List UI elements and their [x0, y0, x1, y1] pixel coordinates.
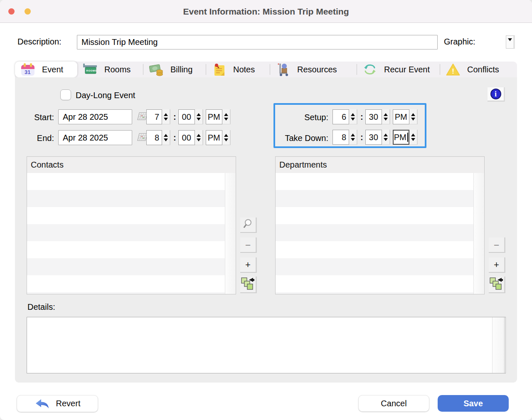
- start-period-field[interactable]: PM: [206, 109, 222, 124]
- take-down-hour-field[interactable]: 8: [332, 130, 349, 145]
- take-down-period-stepper[interactable]: [409, 130, 418, 145]
- calendar-31-icon: 31: [20, 63, 35, 76]
- end-minute-field[interactable]: 00: [178, 130, 195, 145]
- departments-add-button[interactable]: +: [489, 257, 505, 273]
- time-separator: :: [173, 133, 176, 143]
- info-icon: i: [490, 89, 501, 99]
- svg-text:!: !: [452, 67, 454, 75]
- plus-icon: +: [245, 259, 251, 270]
- departments-scrollbar[interactable]: [473, 173, 484, 294]
- tab-resources-label: Resources: [297, 65, 337, 74]
- tab-recur-event[interactable]: Recur Event: [357, 62, 440, 77]
- revert-button[interactable]: Revert: [17, 395, 98, 412]
- end-label: End:: [12, 133, 54, 143]
- contacts-list-header: Contacts: [27, 156, 236, 173]
- tab-notes-label: Notes: [233, 65, 255, 74]
- svg-text:31: 31: [25, 69, 30, 75]
- cancel-button[interactable]: Cancel: [358, 395, 429, 412]
- setup-minute-stepper[interactable]: [382, 109, 390, 124]
- graphic-dropdown-button[interactable]: [506, 35, 515, 49]
- end-hour-stepper[interactable]: [162, 130, 170, 145]
- end-period-field[interactable]: PM: [206, 130, 222, 145]
- setup-period-field[interactable]: PM: [393, 109, 409, 124]
- tab-rooms[interactable]: ROOMS Rooms: [77, 62, 143, 77]
- tab-conflicts[interactable]: ! Conflicts: [440, 62, 517, 77]
- take-down-period-field[interactable]: PM: [393, 130, 409, 145]
- end-hour-field[interactable]: 8: [146, 130, 162, 145]
- take-down-hour-stepper[interactable]: [349, 130, 357, 145]
- take-down-minute-field[interactable]: 30: [365, 130, 382, 145]
- end-time-group: 8 : 00 PM: [146, 130, 232, 145]
- description-label: Description:: [17, 37, 62, 47]
- setup-hour-field[interactable]: 6: [332, 109, 349, 124]
- tab-event-label: Event: [42, 65, 63, 74]
- departments-header-label: Departments: [279, 160, 327, 170]
- details-scrollbar[interactable]: [492, 317, 505, 373]
- take-down-time-group: 8 : 30 PM: [332, 130, 419, 145]
- rooms-sign-icon: ROOMS: [83, 63, 98, 76]
- start-time-group: 7 : 00 PM: [146, 109, 232, 124]
- setup-hour-stepper[interactable]: [349, 109, 357, 124]
- contacts-header-label: Contacts: [31, 160, 64, 170]
- recur-arrows-icon: [362, 63, 377, 76]
- cancel-button-label: Cancel: [381, 399, 406, 408]
- stacked-records-icon: [241, 277, 255, 292]
- revert-arrow-icon: [34, 398, 50, 409]
- end-minute-stepper[interactable]: [195, 130, 203, 145]
- plus-icon: +: [494, 259, 499, 270]
- start-minute-stepper[interactable]: [195, 109, 203, 124]
- start-hour-field[interactable]: 7: [146, 109, 162, 124]
- graphic-label: Graphic:: [444, 37, 475, 47]
- event-information-dialog: Event Information: Mission Trip Meeting …: [0, 0, 532, 420]
- departments-import-button[interactable]: [489, 277, 505, 293]
- details-label: Details:: [27, 302, 55, 312]
- tab-notes[interactable]: Notes: [206, 62, 270, 77]
- tab-billing[interactable]: Billing: [143, 62, 206, 77]
- warning-triangle-icon: !: [446, 63, 461, 76]
- hand-truck-icon: [276, 63, 291, 76]
- revert-button-label: Revert: [56, 399, 81, 408]
- take-down-label: Take Down:: [274, 133, 328, 143]
- contacts-add-button[interactable]: +: [240, 257, 257, 273]
- save-button-label: Save: [463, 399, 483, 408]
- contacts-search-button[interactable]: [240, 217, 257, 233]
- contacts-remove-button[interactable]: –: [240, 237, 257, 253]
- start-period-stepper[interactable]: [222, 109, 231, 124]
- details-textarea[interactable]: [27, 317, 506, 373]
- contacts-import-button[interactable]: [240, 277, 257, 293]
- setup-period-stepper[interactable]: [409, 109, 418, 124]
- window-title: Event Information: Mission Trip Meeting: [0, 0, 532, 23]
- contacts-list[interactable]: [27, 173, 236, 294]
- text-caret: [407, 133, 408, 142]
- start-hour-stepper[interactable]: [162, 109, 170, 124]
- tab-billing-label: Billing: [170, 65, 192, 74]
- setup-time-group: 6 : 30 PM: [332, 109, 419, 124]
- start-minute-field[interactable]: 00: [178, 109, 195, 124]
- start-label: Start:: [12, 113, 54, 122]
- setup-minute-field[interactable]: 30: [365, 109, 382, 124]
- contacts-scrollbar[interactable]: [225, 173, 236, 294]
- chevron-down-icon: [508, 38, 512, 41]
- description-input[interactable]: [77, 35, 438, 49]
- tab-bar: 31 Event ROOMS Rooms: [15, 62, 517, 77]
- setup-label: Setup:: [274, 113, 328, 122]
- departments-list-header: Departments: [275, 156, 485, 173]
- start-date-input[interactable]: [58, 109, 132, 124]
- time-separator: :: [360, 112, 363, 122]
- take-down-minute-stepper[interactable]: [382, 130, 390, 145]
- info-button[interactable]: i: [488, 87, 505, 101]
- end-period-stepper[interactable]: [222, 130, 231, 145]
- tab-event[interactable]: 31 Event: [15, 62, 77, 77]
- sticky-note-icon: [212, 63, 227, 76]
- money-coins-icon: [149, 63, 164, 76]
- tab-rooms-label: Rooms: [104, 65, 131, 74]
- end-date-input[interactable]: [58, 130, 132, 145]
- save-button[interactable]: Save: [438, 395, 509, 412]
- departments-list[interactable]: [275, 173, 485, 294]
- departments-remove-button[interactable]: –: [489, 237, 505, 253]
- tab-recur-event-label: Recur Event: [384, 65, 430, 74]
- minus-icon: –: [494, 240, 499, 250]
- day-long-event-checkbox[interactable]: [60, 89, 71, 100]
- tab-resources[interactable]: Resources: [270, 62, 357, 77]
- take-down-period-value: PM: [394, 133, 406, 142]
